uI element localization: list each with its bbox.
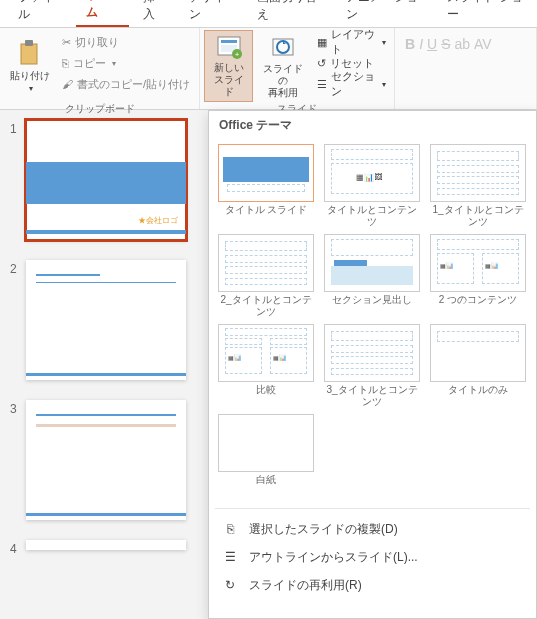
gallery-header: Office テーマ <box>209 111 536 140</box>
paste-button[interactable]: 貼り付け ▾ <box>4 30 56 102</box>
brush-icon: 🖌 <box>62 78 73 90</box>
tab-file[interactable]: ファイル <box>8 0 72 27</box>
section-button[interactable]: ☰セクション▾ <box>313 74 390 94</box>
tab-insert[interactable]: 挿入 <box>133 0 175 27</box>
layout-two-content[interactable]: ▦📊▦📊 2 つのコンテンツ <box>429 234 527 318</box>
font-buttons: B I U S ab AV <box>399 30 532 58</box>
slide-thumb-1[interactable]: ★会社ロゴ <box>26 120 186 240</box>
layout-title-content[interactable]: ▦📊🖼 タイトルとコンテンツ <box>323 144 421 228</box>
slide-thumb-4[interactable] <box>26 540 186 550</box>
tab-design[interactable]: デザイン <box>179 0 243 27</box>
tab-home[interactable]: ホーム <box>76 0 129 27</box>
section-icon: ☰ <box>317 78 327 91</box>
duplicate-icon: ⎘ <box>221 520 239 538</box>
paste-icon <box>16 40 44 68</box>
tab-slideshow[interactable]: スライド ショー <box>437 0 537 27</box>
slides-from-outline-menu[interactable]: ☰ アウトラインからスライド(L)... <box>209 543 536 571</box>
svg-rect-0 <box>21 44 37 64</box>
reuse-menu-icon: ↻ <box>221 576 239 594</box>
slide-item[interactable]: 3 <box>10 400 190 520</box>
slides-panel[interactable]: 1 ★会社ロゴ 2 3 4 <box>0 110 200 619</box>
duplicate-slides-menu[interactable]: ⎘ 選択したスライドの複製(D) <box>209 515 536 543</box>
layout-comparison[interactable]: ▦📊▦📊 比較 <box>217 324 315 408</box>
shadow-button[interactable]: ab <box>454 36 470 52</box>
layout-button[interactable]: ▦レイアウト▾ <box>313 32 390 52</box>
strike-button[interactable]: S <box>441 36 450 52</box>
cut-icon: ✂ <box>62 36 71 49</box>
layout-1-title-content[interactable]: 1_タイトルとコンテンツ <box>429 144 527 228</box>
layout-section-header[interactable]: セクション見出し <box>323 234 421 318</box>
chevron-down-icon: ▾ <box>29 84 33 93</box>
cut-button[interactable]: ✂切り取り <box>58 32 194 52</box>
slide-item[interactable]: 2 <box>10 260 190 380</box>
outline-icon: ☰ <box>221 548 239 566</box>
layout-3-title-content[interactable]: 3_タイトルとコンテンツ <box>323 324 421 408</box>
new-slide-button[interactable]: + 新しい スライド <box>204 30 253 102</box>
new-slide-gallery: Office テーマ タイトル スライド ▦📊🖼 タイトルとコンテンツ 1_タイ… <box>208 110 537 619</box>
slide-item[interactable]: 1 ★会社ロゴ <box>10 120 190 240</box>
reuse-icon <box>269 33 297 61</box>
copy-button[interactable]: ⎘コピー▾ <box>58 53 194 73</box>
svg-rect-3 <box>221 40 237 43</box>
layout-blank[interactable]: 白紙 <box>217 414 315 498</box>
svg-text:+: + <box>234 50 239 59</box>
spacing-button[interactable]: AV <box>474 36 492 52</box>
reset-icon: ↺ <box>317 57 326 70</box>
new-slide-icon: + <box>215 34 243 60</box>
reuse-slides-button[interactable]: スライドの 再利用 <box>255 30 311 102</box>
slide-thumb-3[interactable] <box>26 400 186 520</box>
slide-thumb-2[interactable] <box>26 260 186 380</box>
format-painter-button[interactable]: 🖌書式のコピー/貼り付け <box>58 74 194 94</box>
layout-title-only[interactable]: タイトルのみ <box>429 324 527 408</box>
reuse-slides-menu[interactable]: ↻ スライドの再利用(R) <box>209 571 536 599</box>
layout-title-slide[interactable]: タイトル スライド <box>217 144 315 228</box>
italic-button[interactable]: I <box>419 36 423 52</box>
layout-icon: ▦ <box>317 36 327 49</box>
copy-icon: ⎘ <box>62 57 69 69</box>
tab-transition[interactable]: 画面切り替え <box>247 0 333 27</box>
layout-2-title-content[interactable]: 2_タイトルとコンテンツ <box>217 234 315 318</box>
tab-animation[interactable]: アニメーション <box>336 0 433 27</box>
bold-button[interactable]: B <box>405 36 415 52</box>
svg-rect-1 <box>25 40 33 46</box>
slide-item[interactable]: 4 <box>10 540 190 556</box>
underline-button[interactable]: U <box>427 36 437 52</box>
